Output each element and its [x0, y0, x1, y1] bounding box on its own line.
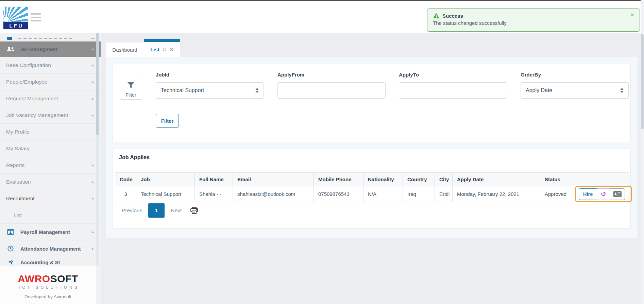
- chevron-right-icon: ▸: [92, 163, 94, 168]
- filter-box-label: Filter: [125, 92, 136, 98]
- column-header-code: Code: [115, 173, 136, 186]
- pagination-next[interactable]: Next: [171, 207, 182, 214]
- refresh-icon[interactable]: ↻: [162, 47, 167, 53]
- sidebar-item-accounting-st[interactable]: Accounting & St: [0, 257, 101, 266]
- toast-message: The status changed successfully: [433, 20, 634, 26]
- job-applies-panel: Job Applies CodeJobFull NameEmailMobile …: [113, 149, 631, 229]
- filter-toggle-button[interactable]: Filter: [120, 78, 142, 100]
- print-icon[interactable]: [190, 207, 198, 214]
- applyto-input[interactable]: [399, 82, 507, 99]
- cell-full-name: Shahla - -: [195, 186, 233, 202]
- orderby-selected-value: Apply Date: [526, 87, 552, 94]
- clipped-arrow: [91, 38, 95, 39]
- column-header-country: Country: [403, 173, 435, 186]
- awrosoft-logo: AWROSOFT: [18, 274, 78, 284]
- clipped-icon: [7, 37, 12, 40]
- sidebar-menu: HR Managment▾Base Configuration▸People/E…: [0, 41, 101, 266]
- cell-mobile-phone: 07509876543: [314, 186, 363, 202]
- sidebar: HR Managment▾Base Configuration▸People/E…: [0, 33, 101, 304]
- tab-content-card: Filter JobId Technical Support Filter Ap…: [106, 57, 638, 238]
- brand-text-red: AWRO: [18, 273, 50, 284]
- column-header-full-name: Full Name: [195, 173, 233, 186]
- jobid-label: JobId: [156, 72, 264, 78]
- chevron-down-icon: ▾: [92, 47, 94, 52]
- chevron-right-icon: ▸: [92, 63, 94, 68]
- tab-dashboard[interactable]: Dashboard: [106, 43, 144, 57]
- sidebar-item-label: Request Management: [6, 96, 58, 102]
- contact-card-icon[interactable]: [610, 188, 625, 200]
- table-row: 3Technical SupportShahla - -shahlaazizi@…: [115, 186, 629, 202]
- cell-country: Iraq: [403, 186, 435, 202]
- sidebar-scrollbar[interactable]: [96, 33, 99, 266]
- chevron-right-icon: ▸: [92, 80, 94, 84]
- sidebar-item-reports[interactable]: Reports▸: [0, 157, 101, 174]
- developed-by-text: Developed by Awrosoft: [24, 294, 71, 299]
- column-header-email: Email: [233, 173, 314, 186]
- chevron-down-icon: ▾: [92, 196, 94, 201]
- sidebar-item-label: Accounting & St: [20, 259, 60, 265]
- sidebar-item-my-salary[interactable]: My Salary: [0, 140, 101, 157]
- sidebar-item-base-configuration[interactable]: Base Configuration▸: [0, 57, 101, 74]
- applyfrom-input[interactable]: [277, 82, 386, 99]
- brand-text-dark: SOFT: [50, 273, 78, 284]
- tab-list[interactable]: List ↻ ×: [144, 39, 180, 57]
- sidebar-item-label: Recruitment: [6, 196, 35, 202]
- pagination-page-1[interactable]: 1: [148, 203, 165, 218]
- toast-close-icon[interactable]: ×: [630, 12, 634, 18]
- sidebar-scrollbar-thumb[interactable]: [96, 33, 99, 135]
- column-header-mobile-phone: Mobile Phone: [314, 173, 363, 186]
- pagination-previous[interactable]: Previous: [122, 207, 142, 214]
- jobid-select[interactable]: Technical Support: [156, 82, 264, 99]
- history-icon[interactable]: ↺: [597, 188, 610, 200]
- warning-triangle-icon: [433, 13, 440, 19]
- menu-toggle-icon[interactable]: [31, 13, 41, 23]
- orderby-label: OrderBy: [521, 72, 629, 78]
- lfu-logo-text: LFU: [3, 22, 28, 29]
- column-header-status: Status: [540, 173, 574, 186]
- sidebar-item-attendance-management[interactable]: Attendance Management▸: [0, 240, 101, 257]
- chevron-right-icon: ▸: [92, 230, 94, 234]
- lfu-logo[interactable]: LFU: [3, 7, 28, 29]
- lfu-logo-sun: [4, 17, 9, 21]
- sidebar-item-label: My Salary: [6, 146, 30, 152]
- job-applies-table: CodeJobFull NameEmailMobile PhoneNationa…: [115, 172, 629, 202]
- sidebar-item-label: List: [14, 212, 22, 218]
- sidebar-item-recruitment[interactable]: Recruitment▾: [0, 190, 101, 207]
- sidebar-item-clipped-top[interactable]: [0, 33, 101, 41]
- sidebar-item-label: Attendance Management: [20, 246, 81, 252]
- sidebar-item-evaluation[interactable]: Evaluation▸: [0, 174, 101, 190]
- field-applyto: ApplyTo: [399, 72, 507, 99]
- cell-email: shahlaazizi@outlook.com: [233, 186, 314, 202]
- applyto-label: ApplyTo: [399, 72, 507, 78]
- sidebar-item-label: HR Managment: [20, 46, 57, 52]
- close-tab-icon[interactable]: ×: [169, 46, 173, 53]
- filter-panel: Filter JobId Technical Support Filter Ap…: [113, 64, 631, 142]
- sidebar-item-request-management[interactable]: Request Management▸: [0, 90, 101, 107]
- field-jobid: JobId Technical Support Filter: [156, 72, 264, 99]
- sidebar-item-my-profile[interactable]: My Profile: [0, 124, 101, 140]
- sidebar-item-label: Reports: [6, 162, 24, 168]
- column-header-apply-date: Apply Date: [453, 173, 540, 186]
- sidebar-item-job-vacancy-management[interactable]: Job Vacancy Management▸: [0, 107, 101, 124]
- cell-status: Approved: [540, 186, 574, 202]
- sidebar-item-hr-managment[interactable]: HR Managment▾: [0, 41, 101, 57]
- orderby-select[interactable]: Apply Date: [521, 82, 629, 99]
- hire-button[interactable]: Hire: [579, 188, 597, 200]
- sidebar-item-people-employee[interactable]: People/Employee▸: [0, 74, 101, 90]
- page-scrollbar[interactable]: [641, 0, 644, 304]
- chevron-right-icon: ▸: [92, 113, 94, 118]
- tab-list-label: List: [150, 47, 159, 52]
- table-header-row: CodeJobFull NameEmailMobile PhoneNationa…: [115, 173, 629, 186]
- column-header-nationality: Nationality: [363, 173, 403, 186]
- select-arrows-icon: [620, 88, 624, 93]
- cell-city: Erbil: [435, 186, 453, 202]
- filter-submit-button[interactable]: Filter: [156, 114, 179, 128]
- page-scrollbar-thumb[interactable]: [641, 34, 644, 129]
- sidebar-item-list[interactable]: List: [0, 207, 101, 224]
- clock-icon: [6, 246, 15, 252]
- sidebar-item-payroll-management[interactable]: Payroll Management▸: [0, 224, 101, 240]
- cell-code: 3: [115, 186, 136, 202]
- column-header-city: City: [435, 173, 453, 186]
- column-header-actions: [574, 173, 629, 186]
- idcard-icon: [6, 229, 15, 235]
